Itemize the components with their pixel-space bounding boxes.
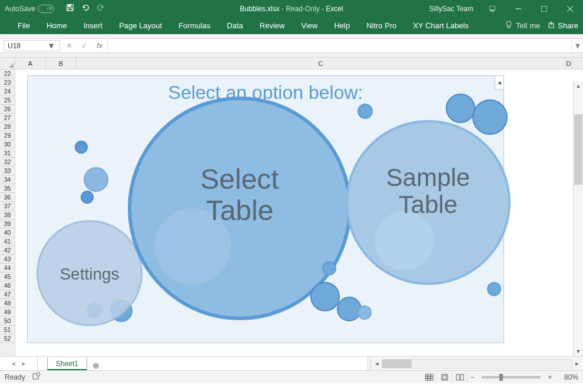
save-icon[interactable] bbox=[66, 4, 74, 14]
cancel-formula-icon: ✕ bbox=[61, 41, 77, 50]
row-header[interactable]: 27 bbox=[0, 114, 15, 122]
view-page-break-icon[interactable] bbox=[452, 372, 468, 383]
redo-icon[interactable] bbox=[97, 4, 105, 14]
view-page-layout-icon[interactable] bbox=[437, 372, 452, 383]
sheet-tab-bar: ◄ ► Sheet1 ⊕ ◄ ► bbox=[0, 356, 583, 370]
row-header[interactable]: 51 bbox=[0, 325, 15, 334]
svg-rect-19 bbox=[456, 374, 459, 380]
macro-record-icon[interactable] bbox=[32, 372, 41, 382]
row-header[interactable]: 35 bbox=[0, 184, 15, 193]
svg-rect-20 bbox=[461, 374, 463, 380]
row-header[interactable]: 28 bbox=[0, 122, 15, 131]
svg-point-8 bbox=[506, 21, 511, 26]
ribbon-tabs: File Home Insert Page Layout Formulas Da… bbox=[0, 17, 583, 34]
autosave-toggle[interactable]: AutoSave Off bbox=[0, 5, 59, 13]
tab-review[interactable]: Review bbox=[251, 17, 293, 34]
row-header[interactable]: 23 bbox=[0, 78, 15, 87]
row-header[interactable]: 34 bbox=[0, 175, 15, 184]
minimize-icon[interactable] bbox=[505, 0, 531, 17]
account-name[interactable]: SillySac Team bbox=[423, 5, 479, 13]
formula-input[interactable] bbox=[108, 39, 571, 52]
cells-area[interactable]: ◄ Select an option below: Settings Selec… bbox=[15, 69, 583, 356]
tab-formulas[interactable]: Formulas bbox=[170, 17, 218, 34]
tab-insert[interactable]: Insert bbox=[75, 17, 111, 34]
row-header[interactable]: 40 bbox=[0, 228, 15, 237]
autosave-switch[interactable]: Off bbox=[38, 5, 54, 13]
tell-me-search[interactable]: Tell me bbox=[505, 21, 540, 31]
chart-filter-icon[interactable]: ◄ bbox=[495, 75, 504, 89]
row-header[interactable]: 52 bbox=[0, 334, 15, 343]
new-sheet-button[interactable]: ⊕ bbox=[87, 361, 105, 370]
row-header[interactable]: 48 bbox=[0, 299, 15, 308]
scroll-left-icon[interactable]: ◄ bbox=[372, 359, 382, 368]
row-header[interactable]: 49 bbox=[0, 308, 15, 317]
hscroll-thumb[interactable] bbox=[382, 360, 412, 368]
zoom-out-button[interactable]: − bbox=[468, 373, 477, 381]
row-header[interactable]: 45 bbox=[0, 273, 15, 281]
sheet-prev-icon[interactable]: ◄ bbox=[11, 360, 16, 367]
select-all-cell[interactable] bbox=[0, 58, 15, 69]
horizontal-scrollbar[interactable]: ◄ ► bbox=[371, 357, 583, 370]
tab-data[interactable]: Data bbox=[218, 17, 251, 34]
svg-rect-3 bbox=[489, 6, 495, 10]
row-header[interactable]: 46 bbox=[0, 281, 15, 290]
zoom-in-button[interactable]: + bbox=[545, 373, 555, 381]
tab-home[interactable]: Home bbox=[38, 17, 75, 34]
formula-bar: U18 ▾ ✕ ✓ fx ▾ bbox=[0, 39, 583, 53]
expand-formula-bar-icon[interactable]: ▾ bbox=[571, 39, 583, 52]
vertical-scrollbar[interactable]: ▲ ▼ bbox=[573, 81, 583, 356]
vscroll-thumb[interactable] bbox=[574, 114, 582, 185]
tab-file[interactable]: File bbox=[9, 17, 38, 34]
row-header[interactable]: 37 bbox=[0, 202, 15, 211]
undo-icon[interactable] bbox=[81, 4, 90, 14]
chevron-down-icon[interactable]: ▾ bbox=[47, 40, 56, 51]
tab-xy-chart-labels[interactable]: XY Chart Labels bbox=[405, 17, 476, 34]
zoom-slider[interactable] bbox=[482, 376, 541, 378]
sample-table-bubble-label: Sample Table bbox=[360, 164, 496, 218]
column-header[interactable]: D bbox=[565, 58, 572, 69]
row-header[interactable]: 43 bbox=[0, 255, 15, 264]
scroll-down-icon[interactable]: ▼ bbox=[574, 347, 583, 356]
worksheet-grid[interactable]: ABCD 22232425262728293031323334353637383… bbox=[0, 58, 583, 356]
row-header[interactable]: 41 bbox=[0, 237, 15, 246]
sheet-next-icon[interactable]: ► bbox=[21, 360, 27, 367]
accept-formula-icon: ✓ bbox=[77, 41, 92, 50]
view-normal-icon[interactable] bbox=[422, 372, 437, 383]
tab-help[interactable]: Help bbox=[326, 17, 358, 34]
tab-page-layout[interactable]: Page Layout bbox=[111, 17, 170, 34]
sheet-tab-active[interactable]: Sheet1 bbox=[47, 357, 87, 370]
tab-view[interactable]: View bbox=[293, 17, 326, 34]
row-header[interactable]: 42 bbox=[0, 246, 15, 255]
row-header[interactable]: 30 bbox=[0, 140, 15, 149]
column-header[interactable]: C bbox=[77, 58, 565, 69]
ribbon-options-icon[interactable] bbox=[479, 0, 505, 17]
row-header[interactable]: 38 bbox=[0, 211, 15, 220]
scroll-right-icon[interactable]: ► bbox=[572, 359, 582, 368]
row-header[interactable]: 50 bbox=[0, 317, 15, 325]
view-buttons bbox=[422, 372, 468, 383]
share-button[interactable]: Share bbox=[548, 21, 578, 30]
row-header[interactable]: 36 bbox=[0, 193, 15, 202]
sheet-nav-buttons[interactable]: ◄ ► bbox=[0, 357, 38, 370]
row-header[interactable]: 32 bbox=[0, 158, 15, 167]
tab-nitro-pro[interactable]: Nitro Pro bbox=[358, 17, 405, 34]
chart-object[interactable]: ◄ Select an option below: Settings Selec… bbox=[27, 75, 504, 343]
row-header[interactable]: 39 bbox=[0, 220, 15, 228]
column-header[interactable]: B bbox=[46, 58, 77, 69]
zoom-level[interactable]: 80% bbox=[555, 373, 578, 381]
row-header[interactable]: 22 bbox=[0, 69, 15, 78]
row-header[interactable]: 26 bbox=[0, 105, 15, 114]
row-header[interactable]: 24 bbox=[0, 87, 15, 96]
scroll-up-icon[interactable]: ▲ bbox=[574, 81, 583, 91]
name-box[interactable]: U18 ▾ bbox=[4, 40, 60, 51]
column-header[interactable]: A bbox=[15, 58, 46, 69]
row-header[interactable]: 47 bbox=[0, 290, 15, 299]
row-header[interactable]: 33 bbox=[0, 167, 15, 175]
row-header[interactable]: 25 bbox=[0, 96, 15, 105]
insert-function-icon[interactable]: fx bbox=[92, 42, 107, 50]
row-header[interactable]: 31 bbox=[0, 149, 15, 158]
maximize-icon[interactable] bbox=[531, 0, 557, 17]
row-header[interactable]: 44 bbox=[0, 264, 15, 273]
row-header[interactable]: 29 bbox=[0, 131, 15, 140]
close-icon[interactable] bbox=[557, 0, 583, 17]
